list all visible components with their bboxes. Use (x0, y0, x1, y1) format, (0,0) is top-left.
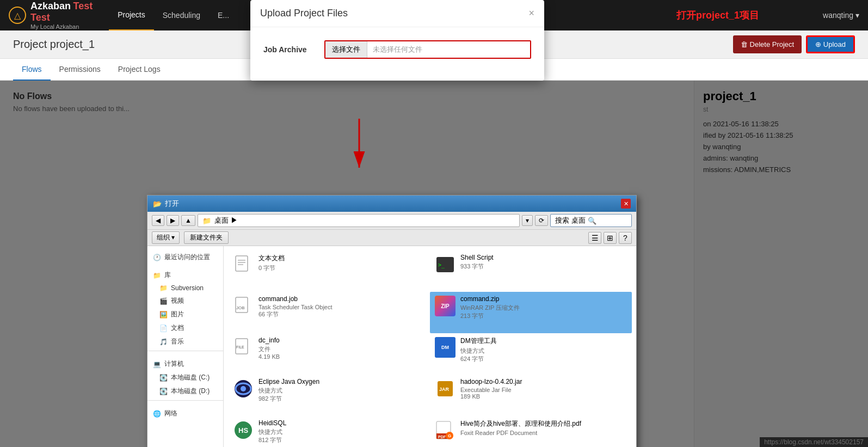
sidebar-subversion[interactable]: 📁 Subversion (147, 282, 223, 294)
sidebar-documents[interactable]: 📄 文档 (147, 321, 223, 335)
svg-text:G: G (448, 433, 451, 438)
header-buttons: 🗑 Delete Project ⊕ Upload (733, 35, 855, 53)
main-content: No Flows No flows have been uploaded to … (0, 81, 868, 447)
upload-button[interactable]: ⊕ Upload (806, 35, 855, 53)
file-txt-icon (232, 254, 254, 275)
file-dialog: 📂 打开 ✕ ◀ ▶ ▲ 📁 桌面 ▶ ▾ ⟳ 搜索 桌面 🔍 组织 ▾ (147, 195, 637, 447)
sidebar-network[interactable]: 🌐 网络 (147, 407, 223, 420)
nav-scheduling[interactable]: Scheduling (154, 0, 209, 30)
modal-title: Upload Project Files (260, 8, 348, 19)
svg-text:>_: >_ (438, 262, 445, 268)
file-item-hadoop[interactable]: JAR hadoop-lzo-0.4.20.jar Executable Jar… (430, 375, 632, 416)
tab-flows[interactable]: Flows (13, 59, 51, 81)
dialog-title-text: 打开 (165, 199, 179, 209)
delete-project-button[interactable]: 🗑 Delete Project (733, 35, 802, 53)
page-title: Project project_1 (13, 38, 95, 51)
sidebar-pictures[interactable]: 🖼️ 图片 (147, 308, 223, 321)
dialog-title-bar: 📂 打开 ✕ (147, 195, 636, 212)
file-heidisql-icon: HS (232, 419, 254, 441)
dialog-title-left: 📂 打开 (153, 199, 179, 209)
file-item-shell[interactable]: >_ Shell Script 933 字节 (430, 250, 632, 292)
sidebar-video[interactable]: 🎬 视频 (147, 294, 223, 308)
nav-extra[interactable]: E... (209, 0, 238, 30)
dialog-path-text: 桌面 ▶ (214, 216, 238, 225)
file-item-zip[interactable]: ZIP command.zip WinRAR ZIP 压缩文件 213 字节 (430, 292, 632, 333)
dialog-path-icon: 📁 (202, 217, 211, 225)
organize-button[interactable]: 组织 ▾ (152, 231, 180, 244)
view-list-button[interactable]: ☰ (588, 232, 601, 244)
tab-permissions[interactable]: Permissions (51, 59, 109, 81)
dialog-files-grid: 文本文档 0 字节 >_ Shell Script 933 字节 (224, 246, 636, 447)
file-heidisql-info: HeidiSQL 快捷方式 812 字节 (258, 419, 286, 444)
file-item-job[interactable]: JOB command.job Task Scheduler Task Obje… (228, 292, 430, 333)
sidebar-music[interactable]: 🎵 音乐 (147, 335, 223, 348)
sidebar-library[interactable]: 📁 库 (147, 268, 223, 282)
modal-header: Upload Project Files × (250, 0, 544, 27)
nav-projects[interactable]: Projects (109, 0, 154, 30)
view-grid-button[interactable]: ⊞ (604, 232, 617, 244)
nav-logo: △ Azkaban Test Test My Local Azkaban (9, 1, 93, 30)
library-icon: 📁 (153, 272, 161, 279)
dialog-forward-button[interactable]: ▶ (167, 215, 179, 226)
sidebar-recent[interactable]: 🕐 最近访问的位置 (147, 250, 223, 264)
file-item-hivepdf[interactable]: PDF G Hive简介及hive部署、原理和使用介绍.pdf Foxit Re… (430, 416, 632, 447)
svg-text:PDF: PDF (438, 435, 446, 439)
file-item-heidisql[interactable]: HS HeidiSQL 快捷方式 812 字节 (228, 416, 430, 447)
dialog-search-bar: 搜索 桌面 🔍 (550, 214, 632, 227)
view-help-button[interactable]: ? (619, 232, 632, 244)
file-hadoop-icon: JAR (434, 378, 456, 400)
sidebar-computer[interactable]: 💻 计算机 (147, 357, 223, 371)
svg-text:FILE: FILE (236, 345, 244, 349)
file-shell-icon: >_ (434, 254, 456, 275)
nav-user[interactable]: wanqting ▾ (823, 11, 859, 20)
svg-text:JOB: JOB (236, 305, 245, 310)
dialog-search-placeholder: 搜索 桌面 (555, 216, 586, 225)
tab-project-logs[interactable]: Project Logs (109, 59, 169, 81)
file-item-dm[interactable]: DM DM管理工具 快捷方式 624 字节 (430, 333, 632, 375)
computer-icon: 💻 (153, 360, 161, 368)
dialog-search-icon[interactable]: 🔍 (588, 217, 596, 225)
file-shell-info: Shell Script 933 字节 (460, 254, 494, 271)
file-dcinfo-info: dc_info 文件 4.19 KB (258, 336, 280, 360)
disk-c-icon: 💽 (159, 374, 168, 382)
job-archive-label: Job Archive (263, 45, 318, 54)
job-archive-row: Job Archive 选择文件 未选择任何文件 (263, 40, 531, 59)
file-item-dcinfo[interactable]: FILE dc_info 文件 4.19 KB (228, 333, 430, 375)
music-icon: 🎵 (159, 338, 168, 346)
file-input-group: 选择文件 未选择任何文件 (324, 40, 531, 59)
sidebar-disk-d[interactable]: 💽 本地磁盘 (D:) (147, 384, 223, 398)
new-folder-button[interactable]: 新建文件夹 (184, 231, 229, 244)
file-item-txt[interactable]: 文本文档 0 字节 (228, 250, 430, 292)
dialog-toolbar2-left: 组织 ▾ 新建文件夹 (152, 231, 229, 244)
dialog-toolbar2-right: ☰ ⊞ ? (588, 232, 632, 244)
brand-sub: My Local Azkaban (30, 23, 93, 30)
dialog-close-button[interactable]: ✕ (621, 199, 631, 209)
dialog-second-toolbar: 组织 ▾ 新建文件夹 ☰ ⊞ ? (147, 230, 636, 246)
file-hivepdf-icon: PDF G (434, 419, 456, 441)
disk-d-icon: 💽 (159, 388, 168, 395)
dialog-sidebar: 🕐 最近访问的位置 📁 库 📁 Subversion 🎬 视频 🖼️ (147, 246, 224, 447)
choose-file-button[interactable]: 选择文件 (325, 41, 367, 58)
file-item-eclipse[interactable]: Eclipse Java Oxygen 快捷方式 982 字节 (228, 375, 430, 416)
modal-close-button[interactable]: × (528, 8, 534, 19)
svg-text:HS: HS (238, 426, 248, 434)
dialog-back-button[interactable]: ◀ (152, 215, 164, 226)
file-dm-info: DM管理工具 快捷方式 624 字节 (460, 336, 497, 363)
dialog-refresh-button[interactable]: ⟳ (535, 215, 548, 226)
dialog-main-area: 🕐 最近访问的位置 📁 库 📁 Subversion 🎬 视频 🖼️ (147, 246, 636, 447)
subversion-icon: 📁 (159, 284, 168, 292)
file-dm-icon: DM (434, 336, 456, 358)
logo-icon: △ (9, 7, 26, 24)
file-dcinfo-icon: FILE (232, 336, 254, 358)
file-zip-icon: ZIP (434, 295, 456, 317)
dialog-path-dropdown[interactable]: ▾ (522, 215, 533, 226)
file-eclipse-icon (232, 378, 254, 400)
nav-annotation: 打开project_1项目 (676, 9, 759, 22)
sidebar-disk-c[interactable]: 💽 本地磁盘 (C:) (147, 371, 223, 384)
file-txt-info: 文本文档 0 字节 (258, 254, 285, 272)
modal-body: Job Archive 选择文件 未选择任何文件 (250, 27, 544, 81)
pictures-icon: 🖼️ (159, 311, 168, 319)
svg-point-14 (241, 386, 246, 391)
dialog-up-button[interactable]: ▲ (181, 215, 195, 226)
upload-modal: Upload Project Files × Job Archive 选择文件 … (250, 0, 544, 81)
